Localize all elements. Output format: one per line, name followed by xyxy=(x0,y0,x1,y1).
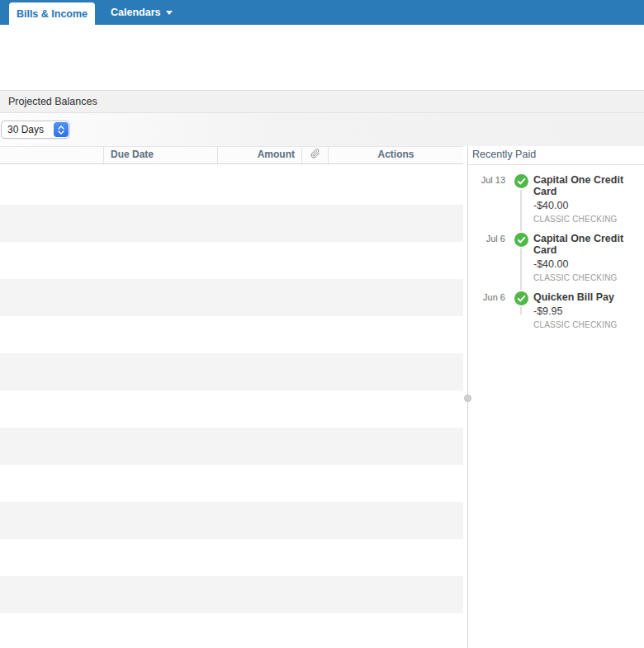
empty-bill-row xyxy=(0,613,463,648)
paid-amount: -$40.00 xyxy=(533,200,644,211)
paid-check-icon xyxy=(514,233,528,247)
recently-paid-list: Jul 13 Capital One Credit Card -$40.00 C… xyxy=(468,174,644,329)
empty-bill-row xyxy=(0,205,463,242)
paid-check-icon xyxy=(514,291,528,305)
payee-name: Capital One Credit Card xyxy=(533,174,644,197)
top-tab-bar: Bills & Income Calendars xyxy=(0,0,644,25)
paid-date: Jun 6 xyxy=(468,291,505,329)
select-stepper-icon xyxy=(54,122,69,137)
recently-paid-item[interactable]: Jul 13 Capital One Credit Card -$40.00 C… xyxy=(468,174,644,224)
recently-paid-item[interactable]: Jun 6 Quicken Bill Pay -$9.95 CLASSIC CH… xyxy=(468,291,644,329)
recently-paid-title: Recently Paid xyxy=(468,146,644,165)
paid-account: CLASSIC CHECKING xyxy=(533,215,644,224)
payee-name: Quicken Bill Pay xyxy=(533,291,618,303)
chevron-down-icon xyxy=(166,11,173,15)
main-content: Due Date Amount Actions Recently Paid Ju… xyxy=(0,146,644,648)
bills-table: Due Date Amount Actions xyxy=(0,146,463,648)
paid-date: Jul 13 xyxy=(468,174,505,224)
paid-account: CLASSIC CHECKING xyxy=(533,320,618,329)
projected-balances-title: Projected Balances xyxy=(8,96,97,107)
bills-table-body xyxy=(0,164,463,648)
paid-details: Capital One Credit Card -$40.00 CLASSIC … xyxy=(533,174,644,224)
tab-bills-income[interactable]: Bills & Income xyxy=(9,2,95,25)
paid-account: CLASSIC CHECKING xyxy=(533,273,644,282)
empty-bill-row xyxy=(0,279,463,316)
paid-date: Jul 6 xyxy=(468,233,505,282)
empty-bill-row xyxy=(0,502,463,539)
empty-bill-row xyxy=(0,390,463,428)
filter-row: 30 Days xyxy=(0,113,644,146)
paid-amount: -$9.95 xyxy=(533,305,618,317)
empty-bill-row xyxy=(0,428,463,465)
divider-handle-icon[interactable] xyxy=(464,395,471,402)
column-header-name xyxy=(0,147,103,163)
recently-paid-panel: Recently Paid Jul 13 Capital One Credit … xyxy=(468,146,644,648)
timeframe-select-value: 30 Days xyxy=(7,124,44,135)
empty-bill-row xyxy=(0,539,463,576)
timeframe-select[interactable]: 30 Days xyxy=(1,121,70,139)
column-header-actions: Actions xyxy=(328,147,463,163)
payee-name: Capital One Credit Card xyxy=(533,233,644,256)
empty-bill-row xyxy=(0,353,463,390)
empty-bill-row xyxy=(0,164,463,205)
tab-calendars-label: Calendars xyxy=(111,7,160,18)
column-header-attachment[interactable] xyxy=(301,147,328,163)
empty-bill-row xyxy=(0,576,463,613)
bills-table-header: Due Date Amount Actions xyxy=(0,146,463,164)
empty-bill-row xyxy=(0,465,463,502)
tab-bills-income-label: Bills & Income xyxy=(17,8,88,20)
paid-amount: -$40.00 xyxy=(533,258,644,270)
projected-balances-bar: Projected Balances xyxy=(0,90,644,113)
empty-bill-row xyxy=(0,316,463,353)
paid-details: Quicken Bill Pay -$9.95 CLASSIC CHECKING xyxy=(533,291,618,329)
paid-details: Capital One Credit Card -$40.00 CLASSIC … xyxy=(533,233,644,282)
column-header-due-date[interactable]: Due Date xyxy=(103,147,217,163)
column-header-amount[interactable]: Amount xyxy=(217,147,301,163)
recently-paid-item[interactable]: Jul 6 Capital One Credit Card -$40.00 CL… xyxy=(468,233,644,282)
paid-check-icon xyxy=(514,174,528,188)
paperclip-icon xyxy=(310,148,320,163)
tab-calendars[interactable]: Calendars xyxy=(99,0,184,25)
empty-bill-row xyxy=(0,242,463,279)
